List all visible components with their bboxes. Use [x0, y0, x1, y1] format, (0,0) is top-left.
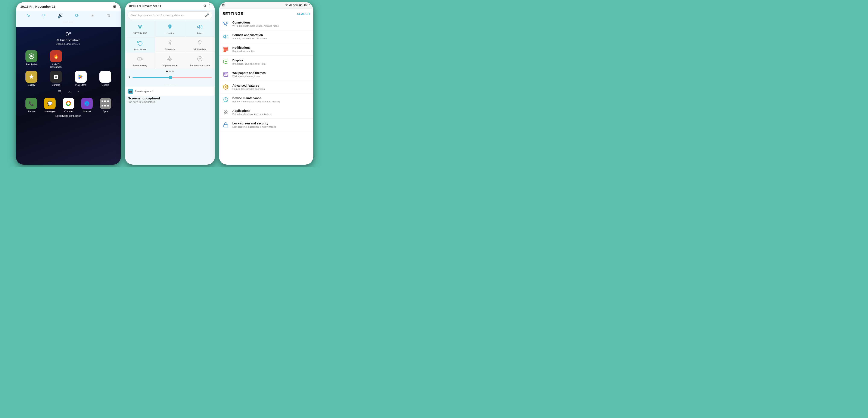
mobiledata-icon[interactable]: ⇅ [107, 13, 111, 19]
settings-item-lock[interactable]: Lock screen and security Lock screen, Fi… [219, 119, 313, 131]
autorotate-icon[interactable]: ⟳ [75, 13, 79, 19]
app-playstore[interactable]: Play Store [70, 71, 92, 86]
tile-wifi[interactable]: NETGEAR57 [125, 21, 155, 37]
tile-sound[interactable]: Sound [185, 21, 215, 37]
screenshot-captured-title: Screenshot captured [125, 96, 215, 100]
brightness-icon: ✦ [128, 75, 131, 79]
phone1-home: 0° ⊕ Friedrichshain Updated 11/11 10:15 … [16, 27, 121, 165]
phone2-search[interactable]: Search phone and scan for nearby devices… [128, 11, 212, 19]
dock-messages[interactable]: 💬 Messages [44, 98, 56, 113]
performance-tile-label: Performance mode [190, 64, 210, 67]
app-gallery[interactable]: ★ Gallery [20, 71, 42, 86]
tile-powersaving[interactable]: Power saving [125, 53, 155, 69]
pushbullet-label: Pushbullet [26, 63, 37, 66]
wifi-tile-icon [137, 24, 143, 31]
settings-item-maintenance[interactable]: Device maintenance Battery, Performance … [219, 93, 313, 106]
dock-internet[interactable]: 🌐 Internet [81, 98, 93, 113]
svg-point-41 [224, 111, 225, 112]
weather-updated: Updated 11/11 10:15 ⏱ [19, 42, 118, 45]
sound-icon[interactable]: 🔊 [58, 13, 63, 19]
app-antutu[interactable]: 🔥 AnTuTuBenchmark [45, 50, 67, 68]
svg-line-24 [226, 23, 227, 25]
smart-arrow: ^ [152, 90, 153, 93]
location-tile-icon [167, 24, 173, 31]
menu-icon[interactable]: ☰ [58, 90, 61, 94]
app-google[interactable]: Google [94, 71, 117, 86]
advanced-text: Advanced features Games, One-handed oper… [232, 84, 310, 90]
camera-icon [50, 71, 62, 83]
battery-text: 56% [293, 4, 303, 7]
sounds-sub: Sounds, Vibration, Do not disturb [232, 37, 310, 40]
tile-bluetooth[interactable]: Bluetooth [155, 37, 185, 53]
notifications-text: Notifications Block, allow, prioritize [232, 46, 310, 52]
settings-item-sounds[interactable]: Sounds and vibration Sounds, Vibration, … [219, 30, 313, 43]
settings-item-advanced[interactable]: Advanced features Games, One-handed oper… [219, 81, 313, 93]
app-empty-1 [70, 50, 92, 68]
location-icon[interactable]: ⚲ [42, 13, 45, 19]
settings-item-display[interactable]: Display Brightness, Blue light filter, F… [219, 56, 313, 68]
autorotate-tile-icon [137, 40, 143, 47]
page-dots [125, 69, 215, 74]
gallery-icon: ★ [25, 71, 37, 83]
smart-capture-bar[interactable]: 📷 Smart capture ^ [125, 87, 215, 96]
lock-title: Lock screen and security [232, 122, 310, 125]
more-icon[interactable]: ⋮ [208, 4, 211, 8]
playstore-icon [75, 71, 87, 83]
drag-handle: — — [20, 20, 117, 24]
settings-header: SETTINGS SEARCH [219, 8, 313, 18]
svg-point-42 [226, 111, 227, 112]
settings-search-button[interactable]: SEARCH [297, 12, 310, 16]
dock-chrome[interactable]: Chrome [63, 98, 74, 113]
mobiledata-tile-icon [197, 40, 203, 47]
wifi-icon[interactable]: ∿ [26, 13, 30, 19]
sounds-title: Sounds and vibration [232, 33, 310, 37]
performance-tile-icon [197, 56, 203, 63]
phone3-screen: 🖼 [219, 2, 313, 165]
dot-3[interactable] [172, 70, 174, 72]
applications-icon [222, 109, 229, 116]
svg-rect-45 [224, 125, 228, 127]
settings-item-notifications[interactable]: Notifications Block, allow, prioritize [219, 43, 313, 56]
svg-rect-13 [289, 5, 290, 6]
apps-label: Apps [103, 110, 108, 113]
svg-line-39 [224, 98, 224, 98]
tile-autorotate[interactable]: Auto rotate [125, 37, 155, 53]
tile-performancemode[interactable]: Performance mode [185, 53, 215, 69]
app-pushbullet[interactable]: Pushbullet [20, 50, 42, 68]
phone-3: 🖼 [219, 2, 313, 165]
bluetooth-icon[interactable]: ∗ [91, 13, 95, 19]
gear-icon-ph2[interactable]: ⚙ [203, 4, 206, 8]
applications-title: Applications [232, 109, 310, 113]
tile-mobiledata[interactable]: Mobile data [185, 37, 215, 53]
display-icon [222, 58, 229, 65]
dock-apps[interactable]: Apps [100, 98, 111, 113]
tile-airplanemode[interactable]: Airplane mode [155, 53, 185, 69]
tile-location[interactable]: Location [155, 21, 185, 37]
applications-text: Applications Default applications, App p… [232, 109, 310, 116]
google-label: Google [102, 84, 109, 86]
lock-text: Lock screen and security Lock screen, Fi… [232, 122, 310, 128]
brightness-thumb[interactable] [169, 76, 172, 79]
settings-item-applications[interactable]: Applications Default applications, App p… [219, 106, 313, 119]
sound-tile-label: Sound [196, 32, 203, 35]
svg-rect-29 [224, 51, 226, 52]
brightness-bar[interactable] [132, 77, 212, 78]
quick-icons-row: ∿ ⚲ 🔊 ⟳ ∗ ⇅ [20, 13, 117, 19]
ph3-time: 10:16 [304, 4, 310, 7]
app-camera[interactable]: Camera [45, 71, 67, 86]
maintenance-title: Device maintenance [232, 96, 310, 100]
dot-1[interactable] [166, 70, 168, 72]
dock-phone[interactable]: 📞 Phone [25, 98, 37, 113]
gear-icon[interactable]: ⚙ [113, 4, 117, 9]
phone-label: Phone [28, 110, 35, 113]
playstore-label: Play Store [75, 84, 86, 86]
mic-icon[interactable]: 🎤 [205, 13, 209, 17]
notifications-title: Notifications [232, 46, 310, 50]
settings-item-connections[interactable]: Connections Wi-Fi, Bluetooth, Data usage… [219, 18, 313, 30]
screenshot-sub: Tap here to view details [125, 100, 215, 104]
dot-2[interactable] [169, 70, 171, 72]
wifi-tile-label: NETGEAR57 [133, 32, 147, 35]
settings-item-wallpaper[interactable]: Wallpapers and themes Wallpapers, themes… [219, 68, 313, 81]
home-icon[interactable]: ⌂ [68, 90, 70, 94]
display-sub: Brightness, Blue light filter, Font [232, 62, 310, 65]
